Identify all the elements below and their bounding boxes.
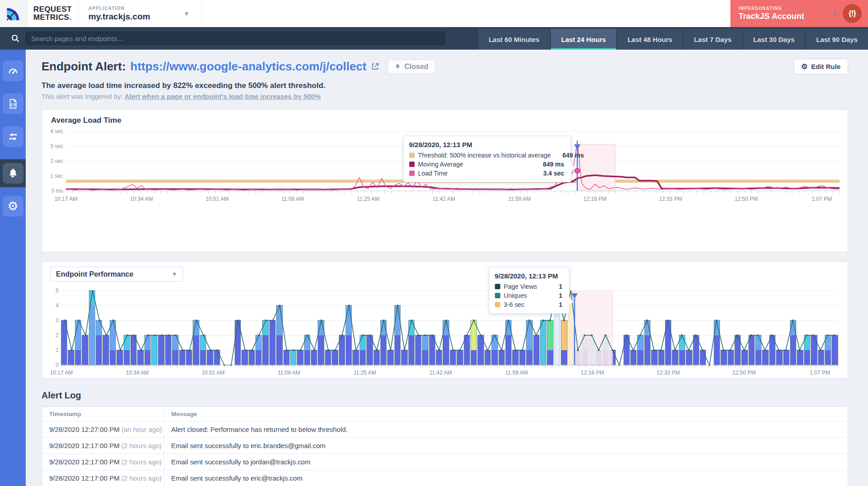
bar	[131, 291, 136, 365]
bar	[617, 291, 622, 365]
metric-select[interactable]: Endpoint Performance ▼	[50, 267, 183, 282]
external-link-icon[interactable]	[371, 62, 379, 71]
x-tick-label: 12:16 PM	[581, 370, 604, 376]
bar	[214, 291, 220, 365]
search-bar: Last 60 Minutes Last 24 Hours Last 48 Ho…	[0, 27, 868, 50]
bar	[297, 291, 303, 365]
sidebar-item-alerts[interactable]	[3, 163, 23, 184]
bar	[242, 291, 247, 365]
bar	[804, 291, 810, 365]
bar	[707, 291, 712, 365]
bar	[277, 291, 282, 365]
bar	[367, 291, 372, 365]
bar	[672, 291, 678, 365]
trackjs-avatar[interactable]: {!}	[843, 4, 862, 23]
bar	[756, 291, 761, 365]
bar	[436, 291, 442, 365]
time-tab-last-48-hours[interactable]: Last 48 Hours	[617, 29, 683, 50]
bar	[381, 291, 386, 365]
sidebar-item-dashboard[interactable]	[3, 60, 23, 81]
y-tick-label: 3 sec	[45, 143, 63, 149]
bar	[117, 291, 122, 365]
endpoint-url-link[interactable]: https://www.google-analytics.com/j/colle…	[130, 60, 366, 74]
bar	[776, 291, 782, 365]
sidebar: ⚙	[0, 50, 26, 486]
chevron-down-icon: ▼	[184, 10, 189, 17]
bar	[207, 291, 212, 365]
bell-icon	[394, 63, 401, 70]
time-tab-last-90-days[interactable]: Last 90 Days	[806, 29, 868, 50]
bar	[360, 291, 365, 365]
x-tick-label: 12:33 PM	[659, 196, 682, 202]
moving-average-swatch	[409, 162, 415, 167]
time-tab-last-30-days[interactable]: Last 30 Days	[743, 29, 805, 50]
x-tick-label: 10:17 AM	[55, 196, 78, 202]
bar	[158, 291, 164, 365]
bar	[221, 291, 226, 365]
bar	[395, 291, 400, 365]
sidebar-item-pages[interactable]	[3, 93, 23, 114]
time-tab-last-24-hours[interactable]: Last 24 Hours	[551, 29, 616, 50]
bar	[471, 291, 476, 365]
bar	[478, 291, 483, 365]
chart2-tooltip: 9/28/2020, 12:13 PM Page Views1 Uniques1…	[489, 267, 569, 314]
chevron-down-icon: ▼	[171, 271, 177, 278]
alert-log-table: Timestamp Message 9/28/2020 12:27:00 PM …	[42, 407, 848, 486]
y-tick-label: 5	[47, 287, 59, 294]
bar	[770, 291, 775, 365]
bar	[138, 291, 143, 365]
bar	[790, 291, 796, 365]
impersonation-banner[interactable]: IMPERSONATING TrackJS Account ▼ {!}	[730, 0, 868, 27]
bar	[679, 291, 685, 365]
bar	[68, 291, 74, 365]
application-dropdown[interactable]: APPLICATION my.trackjs.com ▼	[78, 0, 201, 27]
time-tab-last-7-days[interactable]: Last 7 Days	[683, 29, 742, 50]
trigger-rule-link[interactable]: Alert when a page or endpoint's load tim…	[125, 93, 321, 100]
bar	[651, 291, 657, 365]
bar	[75, 291, 81, 365]
page-views-swatch	[495, 284, 500, 289]
y-tick-label: 3	[47, 317, 59, 324]
col-message: Message	[164, 407, 848, 421]
bar	[346, 291, 351, 365]
logo-line1: REQUEST	[33, 5, 72, 14]
bar	[228, 291, 233, 365]
transfer-arrows-icon	[7, 131, 19, 143]
y-tick-label: 1 sec	[45, 173, 63, 179]
y-tick-label: 2 sec	[45, 158, 63, 164]
bar	[735, 291, 740, 365]
bar	[742, 291, 747, 365]
bar	[374, 291, 379, 365]
bar	[402, 291, 407, 365]
page-title: Endpoint Alert:	[42, 60, 126, 74]
alert-log-card: Timestamp Message 9/28/2020 12:27:00 PM …	[42, 407, 848, 486]
bar	[110, 291, 115, 365]
bar	[270, 291, 275, 365]
bar	[797, 291, 803, 365]
logo[interactable]	[0, 0, 28, 27]
y-tick-label: 0	[47, 362, 59, 368]
bar	[193, 291, 199, 365]
time-tab-last-60-minutes[interactable]: Last 60 Minutes	[478, 29, 550, 50]
sidebar-item-requests[interactable]	[3, 126, 23, 147]
x-tick-label: 10:34 AM	[126, 370, 149, 376]
bar	[388, 291, 393, 365]
bar	[235, 291, 240, 365]
x-tick-label: 11:59 AM	[505, 370, 528, 376]
sidebar-active-strip	[0, 159, 26, 187]
bar	[610, 291, 615, 365]
bar	[82, 291, 88, 365]
gear-icon: ⚙	[7, 200, 18, 213]
main-content: Endpoint Alert: https://www.google-analy…	[26, 50, 868, 486]
col-timestamp: Timestamp	[42, 407, 164, 421]
bar	[443, 291, 448, 365]
impersonating-account: TrackJS Account	[739, 12, 830, 21]
bar	[124, 291, 129, 365]
code-page-icon	[8, 98, 18, 109]
bar	[700, 291, 706, 365]
sidebar-item-settings[interactable]: ⚙	[3, 196, 23, 217]
search-input[interactable]	[24, 31, 446, 46]
x-tick-label: 12:50 PM	[734, 196, 757, 202]
edit-rule-button[interactable]: ⚙ Edit Rule	[794, 59, 848, 74]
bell-icon	[7, 167, 19, 179]
